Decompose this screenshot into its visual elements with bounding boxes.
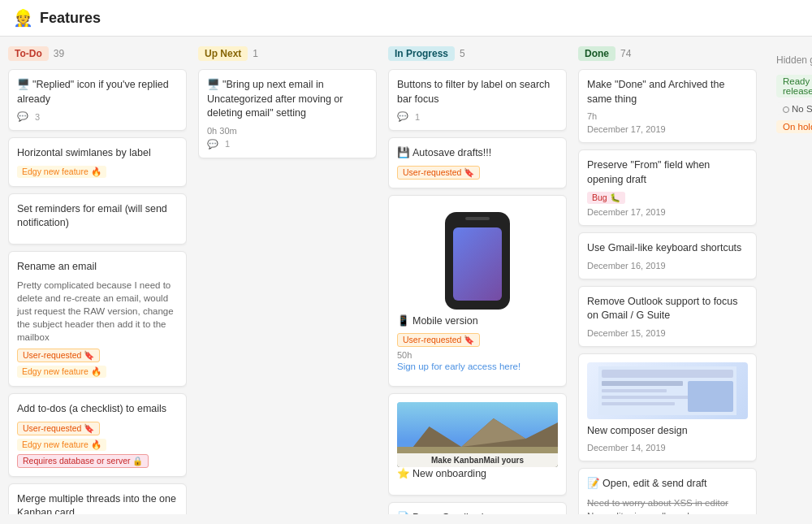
card-title-d5: New composer design (587, 424, 748, 439)
card-icon-i5: 📄 (397, 512, 410, 514)
card-title-i4: ⭐New onboarding (397, 467, 558, 482)
card-d4[interactable]: Remove Outlook support to focus on Gmail… (578, 286, 757, 347)
svg-rect-8 (602, 396, 699, 399)
card-d6[interactable]: 📝Open, edit & send draftNeed to worry ab… (578, 468, 757, 514)
card-title-i1: Buttons to filter by label on search bar… (397, 78, 558, 106)
card-title-c5: Add to-dos (a checklist) to emails (17, 402, 178, 417)
card-title-i2: 💾Autosave drafts!!! (397, 146, 558, 161)
column-done: Done74Make "Done" and Archived the same … (578, 46, 757, 514)
card-i4[interactable]: Make KanbanMail yours ⭐New onboarding (388, 393, 567, 496)
cards-inprogress: Buttons to filter by label on search bar… (388, 69, 567, 514)
tag-item[interactable]: User-requested 🔖 (17, 349, 100, 362)
card-title-i5: 📄Parse Gmail schema.org markup in emails… (397, 511, 558, 514)
hidden-group-item[interactable]: On hold6 (776, 118, 812, 136)
card-icon-i4: ⭐ (397, 468, 410, 479)
card-c5[interactable]: Add to-dos (a checklist) to emailsUser-r… (8, 393, 187, 477)
hidden-group-badge: Ready for next release (776, 75, 812, 97)
card-c6[interactable]: Merge multiple threads into the one Kanb… (8, 483, 187, 514)
column-count-inprogress: 5 (460, 48, 465, 59)
tag-item[interactable]: Edgy new feature 🔥 (17, 366, 106, 378)
comment-icon: 💬 (17, 111, 28, 122)
card-title-d4: Remove Outlook support to focus on Gmail… (587, 295, 748, 323)
card-meta-u1: 💬1 (207, 139, 368, 149)
card-d5[interactable]: New composer designDecember 14, 2019 (578, 353, 757, 462)
card-tags-c2: Edgy new feature 🔥 (17, 166, 178, 178)
card-c3[interactable]: Set reminders for email (will send notif… (8, 193, 187, 245)
column-count-done: 74 (620, 48, 631, 59)
phone-mockup-container (397, 204, 558, 314)
hidden-group-item[interactable]: Ready for next release0 (776, 72, 812, 100)
card-tags-i3: User-requested 🔖 (397, 333, 558, 347)
card-c1[interactable]: 🖥️"Replied" icon if you've replied alrea… (8, 69, 187, 131)
card-d2[interactable]: Preserve "From" field when opening draft… (578, 149, 757, 226)
card-icon-c1: 🖥️ (17, 79, 30, 90)
card-date-d1: December 17, 2019 (587, 124, 748, 134)
card-u1[interactable]: 🖥️"Bring up next email in Uncategorized … (198, 69, 377, 158)
tag-item[interactable]: User-requested 🔖 (397, 166, 480, 180)
tag-item[interactable]: Requires database or server 🔒 (17, 454, 149, 468)
hidden-groups-panel: Hidden groupsReady for next release0No S… (768, 46, 812, 514)
card-title-d1: Make "Done" and Archived the same thing (587, 78, 748, 106)
svg-rect-10 (688, 381, 733, 412)
card-title-c2: Horizontal swimlanes by label (17, 146, 178, 161)
card-date-d2: December 17, 2019 (587, 207, 748, 217)
hidden-groups-title: Hidden groups (776, 54, 812, 66)
svg-rect-7 (602, 389, 667, 392)
card-date-d4: December 15, 2019 (587, 328, 748, 338)
page-header: 👷 Features (0, 0, 812, 37)
card-title-c4: Rename an email (17, 260, 178, 275)
tag-item[interactable]: User-requested 🔖 (397, 333, 480, 347)
hidden-group-item[interactable]: No Status0 (776, 100, 812, 118)
card-i5[interactable]: 📄Parse Gmail schema.org markup in emails… (388, 502, 567, 514)
card-d3[interactable]: Use Gmail-like keyboard shortcutsDecembe… (578, 232, 757, 279)
card-d1[interactable]: Make "Done" and Archived the same thing7… (578, 69, 757, 143)
column-upnext: Up Next1🖥️"Bring up next email in Uncate… (198, 46, 377, 514)
card-c2[interactable]: Horizontal swimlanes by labelEdgy new fe… (8, 137, 187, 187)
column-inprogress: In Progress5Buttons to filter by label o… (388, 46, 567, 514)
card-i3[interactable]: 📱Mobile versionUser-requested 🔖50hSign u… (388, 195, 567, 388)
comment-count: 3 (35, 112, 40, 122)
tag-item[interactable]: Edgy new feature 🔥 (17, 166, 106, 178)
card-title-d3: Use Gmail-like keyboard shortcuts (587, 241, 748, 256)
card-time-i3: 50h (397, 350, 558, 360)
comment-icon: 💬 (207, 139, 218, 149)
column-label-inprogress: In Progress (388, 46, 455, 61)
card-meta-c1: 💬3 (17, 111, 178, 122)
svg-rect-9 (602, 402, 675, 405)
tag-item[interactable]: Bug 🐛 (587, 192, 625, 204)
card-icon-d6: 📝 (587, 478, 600, 489)
screenshot-image (587, 362, 748, 419)
column-todo: To-Do39🖥️"Replied" icon if you've replie… (8, 46, 187, 514)
phone-mockup (445, 212, 510, 310)
card-desc-c4: Pretty complicated because I need to del… (17, 279, 178, 344)
kanban-board: To-Do39🖥️"Replied" icon if you've replie… (0, 37, 812, 524)
cards-done: Make "Done" and Archived the same thing7… (578, 69, 757, 514)
column-label-done: Done (578, 46, 615, 61)
card-date-d5: December 14, 2019 (587, 443, 748, 453)
column-label-todo: To-Do (8, 46, 49, 61)
card-i2[interactable]: 💾Autosave drafts!!!User-requested 🔖 (388, 137, 567, 188)
tag-item[interactable]: User-requested 🔖 (17, 422, 100, 435)
card-title-d2: Preserve "From" field when opening draft (587, 158, 748, 187)
card-desc-strike-d6: Need to worry about XSS in editor New ed… (587, 496, 748, 515)
header-icon: 👷 (13, 8, 33, 28)
svg-rect-5 (602, 370, 733, 378)
card-time-d1: 7h (587, 111, 748, 121)
card-tags-d2: Bug 🐛 (587, 192, 748, 204)
cards-upnext: 🖥️"Bring up next email in Uncategorized … (198, 69, 377, 514)
card-icon-u1: 🖥️ (207, 79, 220, 90)
strikethrough-text: Need to worry about XSS in editor (587, 498, 728, 508)
card-tags-c4: User-requested 🔖Edgy new feature 🔥 (17, 349, 178, 378)
tag-item[interactable]: Edgy new feature 🔥 (17, 439, 106, 451)
card-icon-i3: 📱 (397, 315, 410, 327)
card-date-d3: December 16, 2019 (587, 261, 748, 271)
card-i1[interactable]: Buttons to filter by label on search bar… (388, 69, 567, 131)
no-status-icon (783, 106, 789, 113)
comment-count: 1 (415, 112, 420, 122)
hidden-group-badge: No Status (776, 102, 812, 115)
card-c4[interactable]: Rename an emailPretty complicated becaus… (8, 251, 187, 388)
comment-icon: 💬 (397, 111, 408, 122)
page-title: Features (40, 10, 101, 27)
hidden-group-badge: On hold (776, 120, 812, 133)
card-title-c3: Set reminders for email (will send notif… (17, 202, 178, 231)
